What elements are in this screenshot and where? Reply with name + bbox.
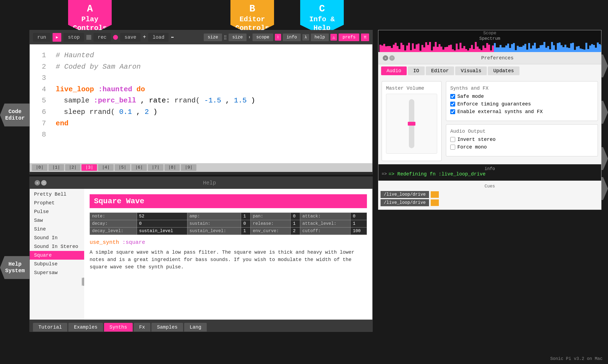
tab-lang[interactable]: Lang <box>184 323 207 332</box>
param-cutoff-label: cutoff: <box>300 227 351 235</box>
prefs-content: Master Volume Synths and FX Safe mode <box>378 78 601 164</box>
tab-0[interactable]: |0| <box>32 164 47 171</box>
cue-item-1: /live_loop/drive <box>381 191 599 198</box>
help-sidebar: Pretty Bell Prophet Pulse Saw Sine Sound… <box>30 189 84 320</box>
rec-button[interactable]: rec <box>93 33 111 42</box>
save-button[interactable]: save <box>120 33 141 42</box>
scope-button[interactable]: scope <box>253 34 273 41</box>
prefs-options: Synths and FX Safe mode Enforce timing g… <box>446 81 598 161</box>
param-sustainlevel-value: 1 <box>241 227 251 235</box>
prefs-tab-audio[interactable]: Audio <box>381 66 407 75</box>
main-toolbar: run ▶ stop rec save + load ⬅ size ⣿ size… <box>30 30 372 44</box>
param-amp-label: amp: <box>187 213 241 220</box>
code-editor[interactable]: 1 # Haunted 2 # Coded by Sam Aaron 3 4 l… <box>30 44 372 163</box>
invert-stereo-label: Invert stereo <box>457 137 495 142</box>
tab-9[interactable]: |9| <box>181 164 196 171</box>
tab-3[interactable]: |3| <box>81 164 97 171</box>
arrow-a-letter: A <box>73 3 107 15</box>
tab-synths[interactable]: Synths <box>104 323 133 332</box>
prefs-tab-visuals[interactable]: Visuals <box>455 66 487 75</box>
master-volume-title: Master Volume <box>386 86 437 91</box>
volume-track <box>409 99 414 148</box>
help-panel-label: Help <box>50 180 369 186</box>
help-item-sine[interactable]: Sine <box>30 225 84 233</box>
enforce-timing-item: Enforce timing guarantees <box>450 101 594 107</box>
prefs-close-area: ✕ − <box>381 54 396 62</box>
enable-external-checkbox[interactable] <box>450 109 455 114</box>
param-decaylevel-value: sustain_level <box>137 227 187 235</box>
run-button[interactable]: run <box>33 33 50 42</box>
help-close-area: ✕ − <box>33 178 48 187</box>
param-decaylevel-label: decay_level: <box>90 227 137 235</box>
help-sidebar-scrollbar[interactable] <box>81 278 84 286</box>
cue-item-2: /live_loop/drive <box>381 199 599 206</box>
help-item-soundinstereo[interactable]: Sound In Stereo <box>30 242 84 251</box>
help-close-button[interactable]: ✕ <box>35 180 40 186</box>
size-button-1[interactable]: size <box>204 34 222 41</box>
tab-samples[interactable]: Samples <box>151 323 183 332</box>
help-item-soundin[interactable]: Sound In <box>30 233 84 242</box>
enforce-timing-checkbox[interactable] <box>450 102 455 107</box>
param-attacklevel-value: 1 <box>351 220 367 227</box>
tab-7[interactable]: |7| <box>148 164 163 171</box>
info-button[interactable]: info <box>283 34 301 41</box>
prefs-tab-io[interactable]: IO <box>408 66 425 75</box>
prefs-close-button[interactable]: ✕ <box>383 55 388 61</box>
param-attack-label: attack: <box>300 213 351 220</box>
help-content: Pretty Bell Prophet Pulse Saw Sine Sound… <box>30 189 372 320</box>
prefs-tab-updates[interactable]: Updates <box>488 66 519 75</box>
bottom-panel: ✕ − Help Pretty Bell Prophet Pulse Saw S… <box>29 177 373 332</box>
prefs-minimize-button[interactable]: − <box>389 55 395 61</box>
scope-icon: ⌇ <box>275 34 281 41</box>
tab-4[interactable]: |4| <box>98 164 114 171</box>
log-viewer: info => => Redefining fn :live_loop_driv… <box>378 164 601 181</box>
size-button-2[interactable]: size <box>229 34 247 41</box>
param-sustainlevel-label: sustain_level: <box>187 227 241 235</box>
tab-8[interactable]: |8| <box>165 164 180 171</box>
tab-5[interactable]: |5| <box>115 164 130 171</box>
tab-fx[interactable]: Fx <box>134 323 151 332</box>
force-mono-label: Force mono <box>457 144 487 150</box>
code-line-4: 4 live_loop :haunted do <box>38 84 364 95</box>
size-icon-2: ⬍ <box>248 35 251 40</box>
help-toolbar: ✕ − Help <box>30 177 372 189</box>
side-d-label: CodeEditor <box>3 108 27 122</box>
tab-2[interactable]: |2| <box>65 164 81 171</box>
param-pan-value: 0 <box>291 213 300 220</box>
version-text: Sonic Pi v3.2 on Mac <box>550 356 603 361</box>
prefs-tabs: Audio IO Editor Visuals Updates <box>378 64 601 75</box>
prefs-button[interactable]: prefs <box>339 34 359 41</box>
code-line-1: 1 # Haunted <box>38 50 364 61</box>
load-button[interactable]: load <box>148 33 169 42</box>
help-synth-title: Square Wave <box>90 194 367 208</box>
tab-examples[interactable]: Examples <box>68 323 103 332</box>
spectrum-bars <box>378 41 601 52</box>
help-item-pulse[interactable]: Pulse <box>30 207 84 216</box>
help-minimize-button[interactable]: − <box>41 180 47 186</box>
cues-panel: Cues /live_loop/drive /live_loop/drive <box>378 181 601 210</box>
add-icon: + <box>143 34 146 40</box>
invert-stereo-item: Invert stereo <box>450 137 594 142</box>
volume-slider[interactable] <box>386 94 437 154</box>
help-item-prophet[interactable]: Prophet <box>30 199 84 207</box>
tab-tutorial[interactable]: Tutorial <box>33 323 67 332</box>
help-item-prettybell[interactable]: Pretty Bell <box>30 190 84 199</box>
tab-1[interactable]: |1| <box>48 164 64 171</box>
help-item-square[interactable]: Square <box>30 251 84 260</box>
help-button[interactable]: help <box>311 34 329 41</box>
param-sustain-label: sustain: <box>187 220 241 227</box>
invert-stereo-checkbox[interactable] <box>450 137 455 142</box>
tab-6[interactable]: |6| <box>131 164 147 171</box>
stop-button[interactable]: stop <box>63 33 84 42</box>
cue-text-1: /live_loop/drive <box>381 191 429 198</box>
help-item-saw[interactable]: Saw <box>30 216 84 225</box>
param-decay-value: 0 <box>137 220 187 227</box>
safe-mode-label: Safe mode <box>457 94 484 99</box>
help-item-subpulse[interactable]: Subpulse <box>30 260 84 268</box>
force-mono-checkbox[interactable] <box>450 145 455 150</box>
prefs-tab-editor[interactable]: Editor <box>426 66 454 75</box>
safe-mode-checkbox[interactable] <box>450 94 455 99</box>
enable-external-label: Enable external synths and FX <box>457 109 543 114</box>
help-item-supersaw[interactable]: Supersaw <box>30 268 84 277</box>
synths-fx-section: Synths and FX Safe mode Enforce timing g… <box>446 81 598 121</box>
